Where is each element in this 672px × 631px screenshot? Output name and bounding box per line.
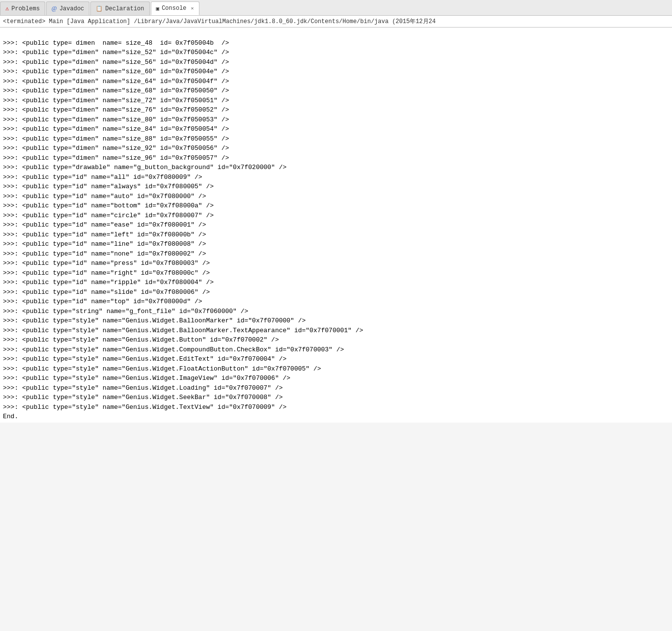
console-line: >>>: <public type="style" name="Genius.W… — [3, 335, 669, 345]
tab-bar: ⚠ Problems @ Javadoc 📋 Declaration ▣ Con… — [0, 0, 672, 16]
console-header: <terminated> Main [Java Application] /Li… — [0, 16, 672, 28]
tab-javadoc-label: Javadoc — [59, 5, 84, 12]
console-line: >>>: <public type="style" name="Genius.W… — [3, 316, 669, 326]
console-icon: ▣ — [156, 5, 160, 12]
console-line: >>>: <public type="dimen" name="size_96"… — [3, 153, 669, 163]
console-line: >>>: <public type="id" name="none" id="0… — [3, 249, 669, 259]
console-line: >>>: <public type="id" name="slide" id="… — [3, 287, 669, 297]
console-line: >>>: <public type="dimen" name="size_84"… — [3, 124, 669, 134]
console-line: >>>: <public type= dimen name= size_48 i… — [3, 38, 669, 48]
console-line: >>>: <public type="id" name="left" id="0… — [3, 230, 669, 240]
tab-problems[interactable]: ⚠ Problems — [0, 1, 45, 15]
console-line: >>>: <public type="dimen" name="size_88"… — [3, 134, 669, 144]
console-close-icon[interactable]: ✕ — [191, 5, 194, 11]
tab-javadoc[interactable]: @ Javadoc — [46, 1, 89, 15]
console-line: >>>: <public type="style" name="Genius.W… — [3, 402, 669, 412]
console-line: >>>: <public type="id" name="ripple" id=… — [3, 278, 669, 287]
console-line: >>>: <public type="dimen" name="size_76"… — [3, 105, 669, 115]
tab-console[interactable]: ▣ Console ✕ — [151, 1, 199, 15]
console-line: >>>: <public type="dimen" name="size_56"… — [3, 57, 669, 67]
console-line: >>>: <public type="style" name="Genius.W… — [3, 345, 669, 355]
console-line: >>>: <public type="string" name="g_font_… — [3, 307, 669, 316]
tab-declaration-label: Declaration — [105, 5, 144, 12]
console-line: >>>: <public type="dimen" name="size_80"… — [3, 115, 669, 125]
console-line: >>>: <public type="style" name="Genius.W… — [3, 326, 669, 336]
javadoc-icon: @ — [52, 5, 57, 12]
console-line: >>>: <public type="id" name="line" id="0… — [3, 239, 669, 249]
console-line: >>>: <public type="id" name="all" id="0x… — [3, 172, 669, 182]
tab-declaration[interactable]: 📋 Declaration — [90, 1, 149, 15]
console-line: >>>: <public type="style" name="Genius.W… — [3, 373, 669, 383]
console-line: >>>: <public type="style" name="Genius.W… — [3, 383, 669, 393]
problems-icon: ⚠ — [5, 5, 9, 12]
tab-console-label: Console — [162, 5, 186, 12]
console-line: >>>: <public type="dimen" name="size_92"… — [3, 143, 669, 153]
console-line: >>>: <public type="id" name="bottom" id=… — [3, 201, 669, 211]
console-line: >>>: <public type="dimen" name="size_60"… — [3, 67, 669, 77]
console-line: >>>: <public type="id" name="always" id=… — [3, 182, 669, 192]
console-line: >>>: <public type="dimen" name="size_68"… — [3, 86, 669, 96]
console-line: >>>: <public type="style" name="Genius.W… — [3, 393, 669, 402]
console-line: >>>: <public type="id" name="top" id="0x… — [3, 297, 669, 307]
console-line: >>>: <public type="id" name="circle" id=… — [3, 211, 669, 221]
console-line: >>>: <public type="id" name="press" id="… — [3, 258, 669, 268]
console-header-text: <terminated> Main [Java Application] /Li… — [3, 18, 436, 25]
console-line: >>>: <public type="style" name="Genius.W… — [3, 354, 669, 364]
console-line: >>>: <public type="style" name="Genius.W… — [3, 364, 669, 374]
console-line: >>>: <public type="id" name="auto" id="0… — [3, 192, 669, 201]
console-line: >>>: <public type="drawable" name="g_but… — [3, 163, 669, 172]
console-output: >>>: <public type= dimen name= size_48 i… — [0, 28, 672, 423]
console-line: >>>: <public type="id" name="right" id="… — [3, 268, 669, 278]
console-line: >>>: <public type="dimen" name="size_64"… — [3, 77, 669, 86]
console-line: >>>: <public type="dimen" name="size_52"… — [3, 48, 669, 57]
tab-problems-label: Problems — [11, 5, 40, 12]
console-line: >>>: <public type="id" name="ease" id="0… — [3, 220, 669, 230]
console-line: End. — [3, 412, 669, 422]
declaration-icon: 📋 — [96, 5, 103, 12]
console-line: >>>: <public type="dimen" name="size_72"… — [3, 96, 669, 106]
